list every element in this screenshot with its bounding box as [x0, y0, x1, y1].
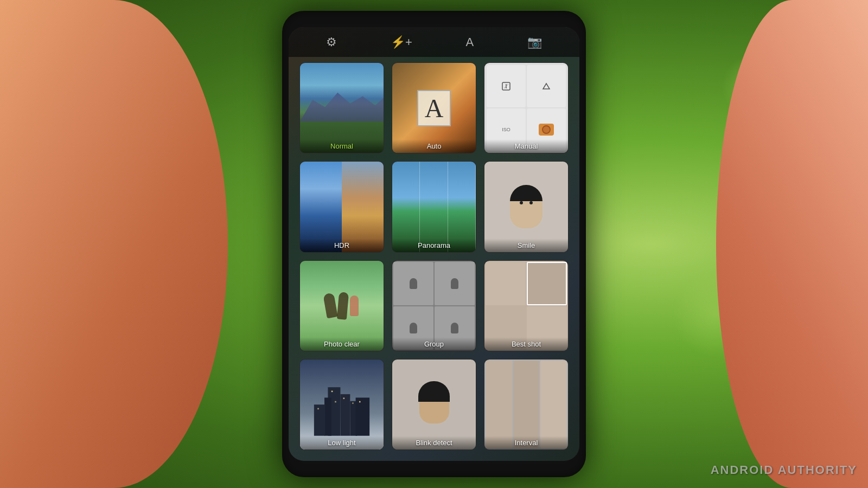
normal-label: Normal: [300, 139, 384, 153]
group-person-1: [410, 278, 417, 289]
mode-tile-lowlight[interactable]: Low light: [299, 359, 384, 450]
svg-rect-13: [343, 397, 345, 399]
interval-label: Interval: [484, 436, 568, 450]
panorama-label: Panorama: [392, 239, 476, 252]
interval-cell-1: [486, 361, 512, 448]
hand-left: [0, 0, 228, 488]
watermark: ANDROID AUTHORITY: [711, 463, 857, 477]
bestshot-label: Best shot: [484, 337, 568, 351]
blink-label: Blink detect: [392, 436, 476, 450]
group-person-4: [451, 323, 458, 333]
auto-flash-icon[interactable]: A: [465, 35, 474, 49]
svg-rect-6: [324, 397, 331, 435]
mode-tile-smile[interactable]: Smile: [484, 161, 569, 252]
manual-label: Manual: [484, 139, 568, 153]
hdr-label: HDR: [300, 239, 384, 252]
photoclear-person-3: [350, 296, 359, 316]
smile-hair: [510, 185, 542, 201]
photoclear-label: Photo clear: [300, 337, 384, 351]
interval-cell-3: [540, 361, 567, 448]
blink-face: [419, 386, 449, 423]
hand-right: [716, 0, 868, 488]
mode-tile-group[interactable]: Group: [392, 260, 476, 351]
mode-grid: Normal A Auto: [294, 57, 574, 455]
settings-icon[interactable]: ⚙: [326, 35, 337, 49]
interval-cell-2: [513, 361, 540, 448]
smile-eye-left: [520, 201, 523, 204]
mode-tile-photoclear[interactable]: Photo clear: [299, 260, 384, 351]
group-cell-2: [435, 262, 475, 305]
smile-label: Smile: [484, 239, 568, 252]
bestshot-cell-2: [527, 262, 567, 305]
mode-tile-blink[interactable]: Blink detect: [392, 359, 476, 450]
phone-screen: ⚙ ⚡+ A 📷 Normal A: [289, 27, 579, 461]
lowlight-label: Low light: [300, 436, 384, 450]
mode-tile-hdr[interactable]: HDR: [299, 161, 384, 252]
auto-label: Auto: [392, 139, 476, 153]
mode-tile-manual[interactable]: ISO Manual: [484, 62, 569, 153]
svg-rect-11: [331, 390, 333, 392]
phone-body: ⚙ ⚡+ A 📷 Normal A: [282, 11, 586, 477]
auto-letter-a: A: [417, 90, 451, 126]
mode-tile-auto[interactable]: A Auto: [392, 62, 476, 153]
group-person-3: [410, 323, 417, 333]
group-label: Group: [392, 337, 476, 351]
photoclear-person-2: [337, 292, 349, 319]
svg-rect-14: [352, 402, 354, 404]
camera-switch-icon[interactable]: 📷: [527, 35, 542, 49]
smile-eyes: [510, 201, 542, 204]
mode-tile-panorama[interactable]: Panorama: [392, 161, 476, 252]
group-person-2: [451, 278, 458, 289]
manual-cell-1: [487, 65, 526, 107]
manual-cell-2: [527, 65, 566, 107]
mode-tile-bestshot[interactable]: Best shot: [484, 260, 569, 351]
svg-rect-7: [340, 394, 350, 436]
manual-meter-icon: [502, 82, 510, 91]
manual-mountain-icon: [542, 82, 551, 90]
blink-hair: [418, 381, 450, 402]
svg-rect-10: [356, 397, 370, 435]
top-toolbar: ⚙ ⚡+ A 📷: [289, 27, 579, 57]
photoclear-person-1: [323, 293, 338, 319]
mode-tile-normal[interactable]: Normal: [299, 62, 384, 153]
iso-text: ISO: [502, 127, 510, 132]
bestshot-cell-1: [486, 262, 526, 305]
smile-eye-right: [529, 201, 533, 204]
mode-tile-interval[interactable]: Interval: [484, 359, 569, 450]
smile-face: [510, 185, 542, 228]
manual-camera-shape: [539, 124, 554, 136]
svg-marker-3: [543, 84, 550, 89]
svg-rect-16: [317, 408, 319, 409]
flash-plus-icon[interactable]: ⚡+: [391, 35, 412, 49]
svg-rect-15: [359, 401, 361, 402]
svg-rect-12: [335, 401, 336, 402]
mountain-shape: [300, 86, 384, 122]
group-cell-1: [393, 262, 433, 305]
svg-rect-9: [314, 404, 325, 436]
